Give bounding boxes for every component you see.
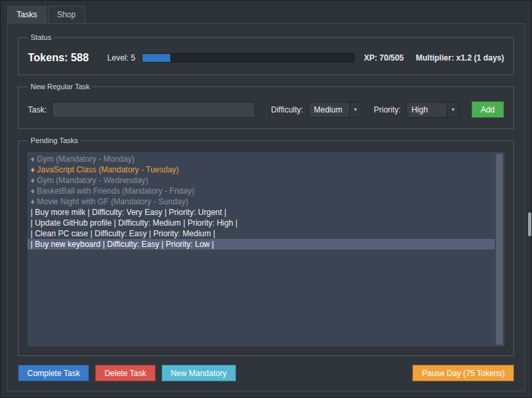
priority-dropdown[interactable]: High ▼: [406, 102, 460, 118]
listbox-scrollbar[interactable]: [495, 152, 504, 346]
list-item[interactable]: ♦ Gym (Mandatory - Monday): [27, 154, 495, 164]
list-item[interactable]: ♦ JavaScript Class (Mandatory - Tuesday): [27, 164, 495, 175]
app-window: Tasks Shop Status Tokens: 588 Level: 5 X…: [0, 0, 532, 398]
complete-task-button[interactable]: Complete Task: [18, 365, 89, 381]
tab-shop[interactable]: Shop: [48, 6, 85, 23]
pending-tasks-group: Pending Tasks ♦ Gym (Mandatory - Monday)…: [18, 136, 514, 356]
multiplier-value: Multiplier: x1.2 (1 days): [416, 53, 504, 63]
difficulty-label: Difficulty:: [271, 105, 303, 114]
delete-task-button[interactable]: Delete Task: [95, 365, 155, 381]
tab-tasks[interactable]: Tasks: [7, 6, 47, 24]
tab-bar: Tasks Shop: [7, 6, 525, 23]
new-task-row: Task: Difficulty: Medium ▼ Priority: Hig…: [27, 97, 505, 120]
list-item[interactable]: | Clean PC case | Difficulty: Easy | Pri…: [27, 228, 495, 239]
list-item[interactable]: | Update GitHub profile | Difficulty: Me…: [27, 218, 495, 228]
status-row: Tokens: 588 Level: 5 XP: 70/505 Multipli…: [27, 48, 505, 67]
pause-day-button[interactable]: Pause Day (75 Tokens): [412, 365, 514, 381]
new-mandatory-button[interactable]: New Mandatory: [162, 365, 236, 381]
task-label: Task:: [28, 105, 47, 114]
list-item[interactable]: | Buy new keyboard | Difficulty: Easy | …: [27, 239, 495, 250]
difficulty-selected-value: Medium: [309, 105, 349, 114]
priority-label: Priority:: [374, 105, 401, 114]
window-resize-grip[interactable]: [528, 212, 531, 236]
add-button[interactable]: Add: [471, 101, 504, 118]
chevron-down-icon: ▼: [447, 102, 459, 117]
list-item[interactable]: | Buy more milk | Difficulty: Very Easy …: [27, 207, 495, 218]
pending-tasks-listbox[interactable]: ♦ Gym (Mandatory - Monday)♦ JavaScript C…: [27, 151, 505, 347]
pending-tasks-group-title: Pending Tasks: [28, 136, 80, 144]
task-input[interactable]: [52, 102, 255, 118]
list-item[interactable]: ♦ Movie Night with GF (Mandatory - Sunda…: [27, 196, 495, 207]
difficulty-dropdown[interactable]: Medium ▼: [309, 102, 362, 118]
tasks-panel: Status Tokens: 588 Level: 5 XP: 70/505 M…: [7, 23, 525, 391]
status-group-title: Status: [28, 33, 54, 41]
chevron-down-icon: ▼: [349, 102, 361, 117]
scrollbar-thumb[interactable]: [496, 154, 503, 345]
status-group: Status Tokens: 588 Level: 5 XP: 70/505 M…: [18, 33, 514, 75]
new-task-group-title: New Regular Task: [28, 83, 92, 91]
new-task-group: New Regular Task Task: Difficulty: Mediu…: [18, 83, 514, 129]
pending-list: ♦ Gym (Mandatory - Monday)♦ JavaScript C…: [27, 154, 495, 250]
footer-button-bar: Complete Task Delete Task New Mandatory …: [18, 365, 514, 381]
priority-selected-value: High: [407, 105, 447, 114]
list-item[interactable]: ♦ Gym (Mandatory - Wednesday): [27, 175, 495, 186]
xp-value: XP: 70/505: [364, 53, 404, 63]
level-value: Level: 5: [107, 53, 135, 63]
list-item[interactable]: ♦ BasketBall with Friends (Mandatory - F…: [27, 186, 495, 196]
xp-progress-bar: [142, 53, 354, 63]
tokens-value: Tokens: 588: [28, 52, 88, 64]
xp-progress-fill: [142, 54, 170, 62]
